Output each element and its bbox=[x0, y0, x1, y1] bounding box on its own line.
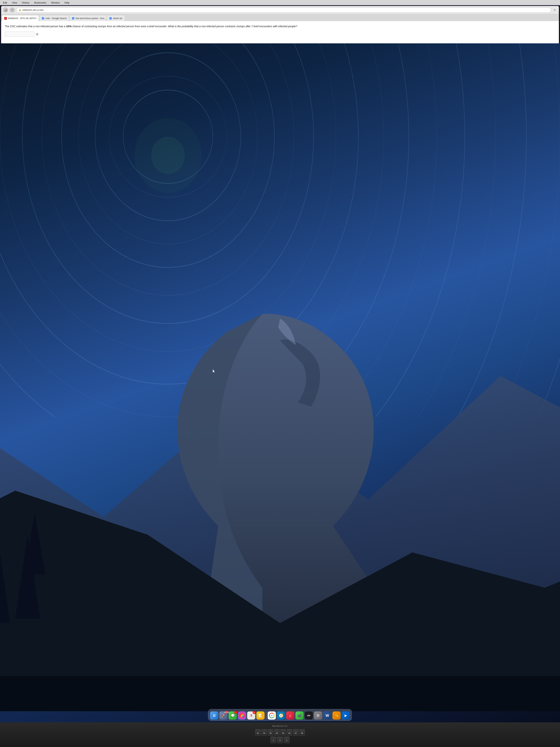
at-top: @ bbox=[279, 739, 281, 740]
dock-separator bbox=[266, 712, 266, 718]
browser-window: 🦽 🛡 🔒 webwork.uits.iu.edu ↻ W WeBWorK : … bbox=[1, 6, 559, 43]
reload-button[interactable]: ↻ bbox=[553, 8, 557, 12]
desktop: 🖥 🚀 $2,325 💬 1 🌈 3 12 📝 bbox=[0, 43, 560, 722]
dock-messages[interactable]: 💬 1 bbox=[229, 712, 237, 720]
number-key-row: ! 1 @ 2 # 3 bbox=[224, 737, 336, 743]
notes-icon: 📝 bbox=[259, 714, 263, 718]
webwork-favicon: W bbox=[4, 17, 7, 20]
chrome-icon bbox=[269, 713, 275, 718]
f6-top-icon: ··· bbox=[289, 731, 290, 732]
f5-label: F5 bbox=[282, 732, 284, 734]
hash-top: # bbox=[286, 739, 287, 740]
dock-notes[interactable]: 📝 bbox=[257, 712, 265, 720]
function-key-row: ☼ F1 ☼ F2 ⊞ F3 ⊟ F4 ··· F5 ··· F6 bbox=[224, 729, 336, 736]
key-f3[interactable]: ⊞ F3 bbox=[268, 729, 273, 736]
lock-icon: 🔒 bbox=[19, 9, 21, 11]
f1-top-icon: ☼ bbox=[258, 731, 259, 732]
whatsbe-favicon: G bbox=[109, 17, 112, 20]
menu-bookmarks[interactable]: Bookmarks bbox=[33, 1, 47, 4]
percent-value: 10% bbox=[66, 25, 72, 28]
messages-icon: 💬 bbox=[231, 714, 235, 718]
calendar-icon: 3 bbox=[250, 714, 252, 717]
dock-safari[interactable]: 🧭 bbox=[277, 712, 285, 720]
f8-label: F8 bbox=[301, 732, 303, 734]
macbook-label: MacBook Air bbox=[4, 725, 556, 727]
key-f5[interactable]: ··· F5 bbox=[281, 729, 286, 736]
answer-input[interactable] bbox=[5, 31, 34, 37]
dock-word[interactable]: W bbox=[323, 712, 331, 720]
forward-button[interactable]: 🛡 bbox=[10, 7, 15, 12]
messages-badge: 1 bbox=[235, 711, 237, 714]
matrix-icon[interactable]: ⊞ bbox=[36, 32, 38, 36]
tab-webwork-label: WeBWorK : SP21-BL-MATH-... bbox=[8, 17, 38, 20]
dock-systemprefs[interactable]: ⚙ bbox=[314, 712, 322, 720]
dock-more[interactable]: ▶ bbox=[342, 712, 350, 720]
menu-history[interactable]: History bbox=[21, 1, 30, 4]
launchpad-badge: $2,325 bbox=[225, 711, 228, 714]
tab-colts[interactable]: G colts - Google Search bbox=[39, 15, 69, 21]
fastfurious-favicon: G bbox=[72, 17, 75, 20]
dock-appletv[interactable]: atv bbox=[305, 712, 313, 720]
key-at[interactable]: @ 2 bbox=[277, 737, 283, 743]
f8-top-icon: ▷|| bbox=[301, 731, 303, 732]
folder-icon: ▶ bbox=[345, 714, 347, 718]
key-exclaim[interactable]: ! 1 bbox=[270, 737, 276, 743]
browser-content: The CDC estimates that a non-infected pe… bbox=[1, 21, 559, 43]
launchpad-icon: 🚀 bbox=[221, 714, 225, 718]
browser-toolbar: 🦽 🛡 🔒 webwork.uits.iu.edu ↻ bbox=[1, 6, 559, 14]
tab-colts-label: colts - Google Search bbox=[45, 17, 67, 20]
f3-label: F3 bbox=[270, 732, 272, 734]
key-f4[interactable]: ⊟ F4 bbox=[274, 729, 279, 736]
key-f6[interactable]: ··· F6 bbox=[287, 729, 292, 736]
dock-music[interactable]: ♫ bbox=[286, 712, 294, 720]
key-f1[interactable]: ☼ F1 bbox=[255, 729, 261, 736]
menu-help[interactable]: Help bbox=[64, 1, 70, 4]
back-button[interactable]: 🦽 bbox=[3, 7, 8, 12]
key-f7[interactable]: ◁◁ F7 bbox=[293, 729, 298, 736]
dock-photos[interactable]: 🌈 bbox=[238, 712, 246, 720]
dock: 🖥 🚀 $2,325 💬 1 🌈 3 12 📝 bbox=[208, 709, 352, 721]
keyboard: ☼ F1 ☼ F2 ⊞ F3 ⊟ F4 ··· F5 ··· F6 bbox=[224, 729, 336, 743]
answer-box: ⊞ bbox=[5, 31, 555, 37]
svg-rect-33 bbox=[0, 676, 560, 711]
f7-top-icon: ◁◁ bbox=[295, 731, 297, 732]
f2-top-icon: ☼ bbox=[264, 731, 265, 732]
hash-bottom: 3 bbox=[286, 740, 287, 742]
menu-view[interactable]: View bbox=[11, 1, 18, 4]
tab-whatsbe-label: what's be bbox=[113, 17, 122, 20]
dock-launchpad[interactable]: 🚀 $2,325 bbox=[219, 712, 228, 720]
tab-fastfurious[interactable]: G fast and furious quotes - Goo... bbox=[70, 15, 106, 21]
menu-bar: Edit View History Bookmarks Window Help bbox=[0, 0, 560, 5]
photos-icon: 🌈 bbox=[240, 714, 244, 718]
dock-finder[interactable]: 🖥 bbox=[210, 712, 218, 720]
keyboard-area: MacBook Air ☼ F1 ☼ F2 ⊞ F3 ⊟ F4 ··· F5 bbox=[0, 722, 560, 747]
f7-label: F7 bbox=[295, 732, 297, 734]
back-icon: 🦽 bbox=[4, 8, 7, 11]
f4-top-icon: ⊟ bbox=[276, 731, 277, 732]
word-icon: W bbox=[325, 714, 329, 718]
shield-icon: 🛡 bbox=[11, 9, 14, 11]
dock-pencil[interactable]: ✏️ bbox=[332, 712, 341, 720]
key-f8[interactable]: ▷|| F8 bbox=[299, 729, 305, 736]
systemprefs-icon: ⚙ bbox=[317, 713, 320, 718]
menu-edit[interactable]: Edit bbox=[2, 1, 8, 4]
tab-whatsbe[interactable]: G what's be bbox=[107, 15, 125, 21]
key-f2[interactable]: ☼ F2 bbox=[262, 729, 267, 736]
tab-fastfurious-label: fast and furious quotes - Goo... bbox=[76, 17, 106, 20]
finder-icon: 🖥 bbox=[212, 714, 216, 718]
dock-calendar[interactable]: 3 12 bbox=[247, 712, 256, 720]
safari-icon: 🧭 bbox=[279, 713, 283, 718]
browser-tabs: W WeBWorK : SP21-BL-MATH-... G colts - G… bbox=[1, 14, 559, 21]
key-hash[interactable]: # 3 bbox=[284, 737, 290, 743]
music-icon: ♫ bbox=[289, 714, 292, 718]
menu-window[interactable]: Window bbox=[50, 1, 60, 4]
dock-chrome[interactable] bbox=[268, 712, 276, 720]
dock-facetime[interactable]: 📹 bbox=[296, 712, 304, 720]
tab-webwork[interactable]: W WeBWorK : SP21-BL-MATH-... bbox=[2, 15, 39, 21]
chrome-inner-icon bbox=[271, 715, 273, 716]
calendar-badge: 12 bbox=[253, 711, 256, 714]
exclaim-bottom: 1 bbox=[273, 740, 274, 742]
f5-top-icon: ··· bbox=[283, 731, 284, 732]
address-bar[interactable]: 🔒 webwork.uits.iu.edu bbox=[16, 7, 551, 12]
url-text: webwork.uits.iu.edu bbox=[22, 8, 44, 11]
